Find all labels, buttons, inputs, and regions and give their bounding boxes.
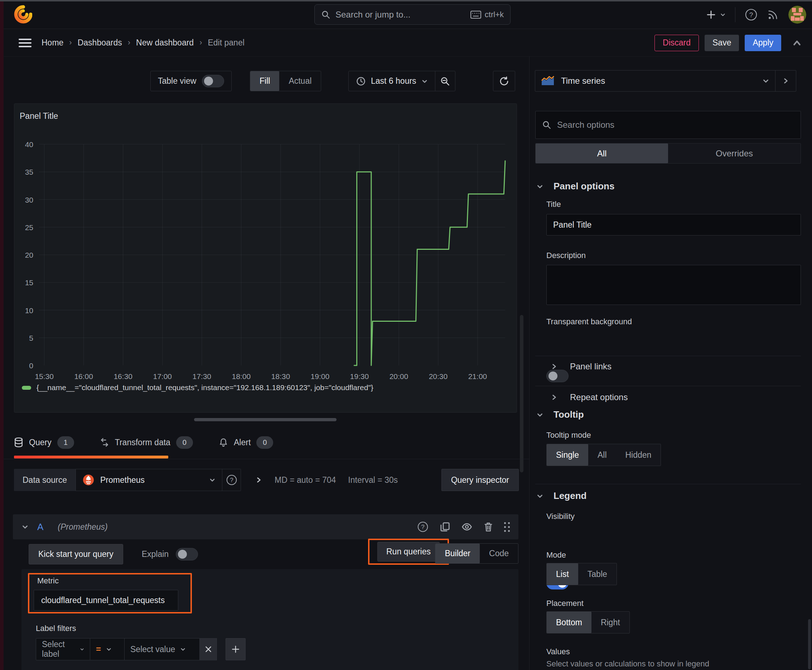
tab-transform[interactable]: Transform data 0 xyxy=(100,431,193,453)
delete-query-icon[interactable] xyxy=(483,521,493,532)
global-search-input[interactable]: Search or jump to... ctrl+k xyxy=(314,4,510,25)
chevron-down-icon xyxy=(762,77,770,85)
metric-label: Metric xyxy=(37,576,59,585)
breadcrumb-dashboards[interactable]: Dashboards xyxy=(78,38,122,47)
legend-mode-label: Mode xyxy=(546,550,566,560)
tab-query[interactable]: Query 1 xyxy=(14,431,74,453)
breadcrumb-new-dashboard[interactable]: New dashboard xyxy=(136,38,194,47)
panel-options-header[interactable]: Panel options xyxy=(536,181,614,192)
time-range-button[interactable]: Last 6 hours xyxy=(349,71,435,91)
tab-all[interactable]: All xyxy=(536,144,668,163)
svg-text:30: 30 xyxy=(25,196,33,204)
panel-title-input[interactable]: Panel Title xyxy=(546,214,801,235)
code-option[interactable]: Code xyxy=(480,544,518,563)
datasource-label: Data source xyxy=(14,469,76,491)
query-inspector-button[interactable]: Query inspector xyxy=(441,469,519,491)
search-icon xyxy=(321,10,331,19)
bell-icon xyxy=(219,438,228,447)
legend-values-label: Values xyxy=(546,647,570,656)
window-edge-strip xyxy=(0,0,3,670)
resize-drag-handle[interactable] xyxy=(194,418,337,421)
avatar[interactable] xyxy=(788,6,806,24)
collapse-toolbar-icon[interactable] xyxy=(792,38,802,48)
description-textarea[interactable] xyxy=(546,265,801,305)
datasource-picker[interactable]: Prometheus xyxy=(76,469,222,491)
metric-select[interactable]: cloudflared_tunnel_total_requests xyxy=(34,590,178,611)
menu-button[interactable] xyxy=(19,37,32,48)
tab-alert[interactable]: Alert 0 xyxy=(219,431,273,453)
label-filters-row: Select label = Select value xyxy=(36,638,246,660)
max-data-points[interactable]: MD = auto = 704 xyxy=(275,475,336,485)
zoom-out-button[interactable] xyxy=(435,71,455,91)
help-button[interactable]: ? xyxy=(745,8,758,21)
add-filter-button[interactable] xyxy=(225,638,246,660)
fill-option[interactable]: Fill xyxy=(250,71,279,91)
legend-table-option[interactable]: Table xyxy=(578,563,617,585)
news-button[interactable] xyxy=(767,8,779,21)
viz-suggestions-button[interactable] xyxy=(775,71,796,91)
transparent-background-label: Transparent background xyxy=(546,317,632,327)
duplicate-query-icon[interactable] xyxy=(440,521,450,532)
legend-series-label: {__name__="cloudflared_tunnel_total_requ… xyxy=(37,383,373,392)
table-view-toggle-group[interactable]: Table view xyxy=(150,71,232,91)
svg-text:20:00: 20:00 xyxy=(390,372,409,381)
kick-start-button[interactable]: Kick start your query xyxy=(29,544,123,564)
transparent-background-toggle[interactable] xyxy=(546,370,568,382)
options-pane-scrollbar[interactable] xyxy=(808,619,811,669)
interval[interactable]: Interval = 30s xyxy=(348,475,398,485)
explain-toggle[interactable] xyxy=(176,548,198,560)
query-ref-id[interactable]: A xyxy=(37,521,43,533)
drag-query-handle-icon[interactable] xyxy=(504,522,510,532)
legend-list-option[interactable]: List xyxy=(547,563,578,585)
operator-dropdown[interactable]: = xyxy=(90,638,125,660)
remove-filter-button[interactable] xyxy=(200,638,217,660)
legend-header[interactable]: Legend xyxy=(536,490,587,501)
save-button[interactable]: Save xyxy=(705,35,739,51)
panel-links-section[interactable]: Panel links xyxy=(551,362,612,372)
svg-text:18:30: 18:30 xyxy=(271,372,290,381)
refresh-button[interactable] xyxy=(493,71,515,91)
tab-overrides[interactable]: Overrides xyxy=(668,144,800,163)
query-row-header[interactable]: A (Prometheus) ? xyxy=(13,514,519,540)
tooltip-header[interactable]: Tooltip xyxy=(536,409,584,420)
legend-mode-segment: List Table xyxy=(546,563,617,585)
table-view-toggle[interactable] xyxy=(202,75,224,87)
actual-option[interactable]: Actual xyxy=(279,71,321,91)
panel-preview: Panel Title 051015202530354015:3016:0016… xyxy=(14,103,517,413)
panel-title[interactable]: Panel Title xyxy=(20,111,58,121)
metric-annotation-box: Metric cloudflared_tunnel_total_requests xyxy=(28,573,192,613)
chevron-down-icon xyxy=(106,646,112,652)
apply-button[interactable]: Apply xyxy=(745,35,781,51)
placement-right-option[interactable]: Right xyxy=(592,612,629,633)
repeat-options-section[interactable]: Repeat options xyxy=(551,392,627,402)
breadcrumb-home[interactable]: Home xyxy=(42,38,63,47)
collapse-query-icon[interactable] xyxy=(22,523,29,530)
svg-text:17:30: 17:30 xyxy=(193,372,212,381)
table-view-label: Table view xyxy=(158,76,196,86)
select-label-dropdown[interactable]: Select label xyxy=(36,638,90,660)
chevron-down-icon xyxy=(421,78,428,85)
discard-button[interactable]: Discard xyxy=(654,35,699,51)
select-value-dropdown[interactable]: Select value xyxy=(125,638,200,660)
query-help-icon[interactable]: ? xyxy=(417,521,429,533)
placement-bottom-option[interactable]: Bottom xyxy=(547,612,592,633)
datasource-help-button[interactable]: ? xyxy=(222,469,241,491)
visualization-picker[interactable]: Time series xyxy=(535,70,796,91)
svg-text:25: 25 xyxy=(25,223,33,232)
chart-legend[interactable]: {__name__="cloudflared_tunnel_total_requ… xyxy=(22,383,373,392)
main-scrollbar[interactable] xyxy=(520,315,524,472)
tab-alert-badge: 0 xyxy=(256,436,273,449)
grafana-logo-icon[interactable] xyxy=(14,5,32,24)
run-queries-button[interactable]: Run queries xyxy=(377,542,440,562)
chevron-right-icon xyxy=(551,394,558,401)
tooltip-all-option[interactable]: All xyxy=(588,444,616,465)
time-series-chart[interactable]: 051015202530354015:3016:0016:3017:0017:3… xyxy=(14,125,517,381)
add-button[interactable] xyxy=(706,9,726,20)
tooltip-hidden-option[interactable]: Hidden xyxy=(616,444,661,465)
builder-option[interactable]: Builder xyxy=(436,544,480,563)
visualization-name: Time series xyxy=(561,76,756,86)
hide-query-icon[interactable] xyxy=(461,521,473,532)
options-search-input[interactable]: Search options xyxy=(535,111,801,139)
tooltip-single-option[interactable]: Single xyxy=(547,444,588,465)
query-options-expand-icon[interactable] xyxy=(255,476,263,484)
